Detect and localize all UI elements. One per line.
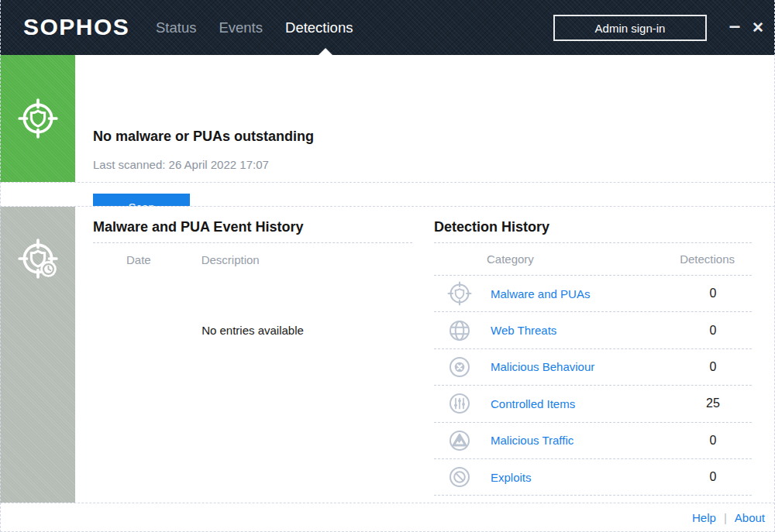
column-header-detections: Detections (680, 252, 735, 266)
admin-sign-in-button[interactable]: Admin sign-in (553, 15, 707, 41)
detection-link-exploits[interactable]: Exploits (491, 471, 532, 484)
shield-target-icon (16, 96, 60, 141)
malware-shield-icon (446, 280, 474, 307)
last-scanned-text: Last scanned: 26 April 2022 17:07 (93, 158, 269, 171)
sophos-logo: SOPHOS (23, 14, 129, 40)
empty-entries-message: No entries available (93, 324, 412, 337)
status-panel: No malware or PUAs outstanding Last scan… (0, 55, 775, 183)
table-row: Exploits 0 (434, 459, 752, 496)
controlled-items-icon (446, 390, 474, 417)
detection-link-malicious-behaviour[interactable]: Malicious Behaviour (491, 360, 594, 373)
nav-tabs: Status Events Detections (156, 0, 353, 55)
malicious-traffic-icon (446, 427, 474, 455)
table-row: Malicious Traffic 0 (434, 423, 752, 459)
minimize-icon[interactable]: – (725, 19, 744, 37)
detection-link-malware-and-puas[interactable]: Malware and PUAs (491, 287, 590, 300)
column-header-category: Category (487, 252, 534, 266)
detection-count: 0 (690, 287, 736, 300)
detection-link-web-threats[interactable]: Web Threats (491, 324, 556, 337)
event-history-header-row: Date Description (93, 243, 412, 276)
table-row: Controlled Items 25 (434, 386, 752, 422)
close-icon[interactable]: ✕ (749, 19, 767, 37)
tab-detections[interactable]: Detections (285, 19, 353, 36)
event-history-title: Malware and PUA Event History (93, 207, 412, 243)
status-panel-sidebar (0, 55, 75, 182)
detection-history-header-row: Category Detections (434, 243, 752, 276)
detection-history-title: Detection History (434, 207, 752, 243)
history-panel-sidebar (0, 207, 75, 503)
footer-separator: | (724, 511, 727, 524)
sophos-window: SOPHOS Status Events Detections Admin si… (0, 0, 775, 532)
about-link[interactable]: About (735, 511, 765, 524)
detection-link-malicious-traffic[interactable]: Malicious Traffic (491, 434, 574, 447)
column-header-description: Description (202, 253, 260, 266)
web-threats-globe-icon (446, 317, 474, 345)
column-header-date: Date (126, 253, 151, 266)
table-row: Malicious Behaviour 0 (434, 349, 752, 386)
active-tab-caret (319, 48, 332, 55)
detection-count: 0 (690, 324, 736, 338)
detection-count: 0 (690, 360, 736, 374)
tab-events[interactable]: Events (219, 19, 263, 36)
history-panel: Malware and PUA Event History Date Descr… (0, 206, 775, 503)
detection-count: 0 (690, 470, 736, 484)
exploits-icon (446, 463, 474, 491)
detection-count: 0 (690, 434, 736, 448)
table-row: Web Threats 0 (434, 312, 752, 348)
event-history-section: Malware and PUA Event History Date Descr… (93, 207, 412, 503)
footer: Help | About (0, 503, 775, 532)
top-nav-bar: SOPHOS Status Events Detections Admin si… (0, 0, 775, 55)
detection-history-section: Detection History Category Detections Ma… (434, 207, 752, 503)
detection-count: 25 (690, 396, 736, 410)
table-row: Malware and PUAs 0 (434, 276, 752, 312)
shield-history-icon (16, 236, 60, 281)
help-link[interactable]: Help (692, 511, 716, 524)
detection-link-controlled-items[interactable]: Controlled Items (491, 397, 575, 410)
tab-status[interactable]: Status (156, 19, 196, 36)
status-heading: No malware or PUAs outstanding (93, 129, 314, 145)
malicious-behaviour-icon (446, 353, 474, 381)
